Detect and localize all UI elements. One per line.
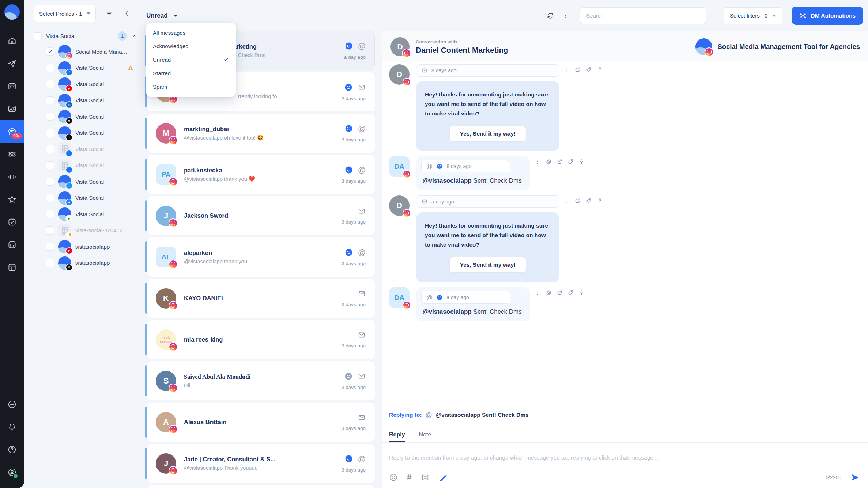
filter-option-unread[interactable]: Unread: [146, 53, 236, 66]
conversation-card[interactable]: J Jade | Creator, Consultant & S... @vis…: [147, 444, 375, 483]
tab-note[interactable]: Note: [419, 431, 431, 442]
conversation-card[interactable]: S Saiyed Abul Ala Moududi Hii 3 days ago: [147, 361, 375, 400]
nav-item-home[interactable]: [0, 30, 24, 52]
profile-group-row[interactable]: Vista Social 1: [34, 31, 144, 41]
nav-item-inbox[interactable]: 99+: [0, 120, 24, 143]
copy-icon: [546, 159, 552, 165]
checkbox[interactable]: [46, 194, 54, 202]
filter-option-acknowledged[interactable]: Acknowledged: [146, 39, 236, 53]
ai-assistant-icon[interactable]: [439, 473, 448, 482]
kebab-menu-icon[interactable]: [562, 12, 569, 19]
checkbox[interactable]: [46, 64, 54, 72]
conversation-card[interactable]: A Alexus Brittain 3 days ago: [147, 403, 375, 442]
checkbox[interactable]: [46, 210, 54, 218]
profile-item[interactable]: tVista Social: [34, 174, 144, 190]
nav-item-notifications[interactable]: [0, 416, 24, 438]
dm-automations-button[interactable]: DM Automations: [792, 7, 863, 25]
checkbox[interactable]: [46, 129, 54, 137]
conversation-card[interactable]: PA pati.kostecka @vistasocialapp thank y…: [147, 155, 375, 194]
profile-item[interactable]: ▶Vista Social: [34, 76, 144, 92]
nav-item-account[interactable]: [0, 461, 24, 484]
filter-option-spam[interactable]: Spam: [146, 80, 236, 94]
checkbox[interactable]: [46, 161, 54, 169]
message-time: a day ago: [431, 199, 454, 205]
checkbox[interactable]: [46, 113, 54, 121]
profile-item[interactable]: ♪Vista Social: [34, 125, 144, 141]
checkbox[interactable]: [46, 96, 54, 104]
checkbox[interactable]: [46, 243, 54, 251]
message-filter-dropdown[interactable]: Unread: [146, 12, 177, 19]
profile-item[interactable]: Pvistasocialapp: [34, 239, 144, 255]
reply-input[interactable]: [389, 443, 860, 465]
profile-item[interactable]: fVista Social: [34, 141, 144, 157]
nav-item-publish[interactable]: [0, 52, 24, 75]
nav-item-tasks[interactable]: [0, 211, 24, 233]
refresh-icon[interactable]: [546, 12, 554, 20]
select-filters-dropdown[interactable]: Select filters · 0: [724, 7, 782, 24]
profile-item[interactable]: @vistasocialapp: [34, 255, 144, 271]
tab-reply[interactable]: Reply: [389, 431, 405, 442]
incoming-message[interactable]: D a day ago Hey! thanks for commenting j…: [389, 195, 868, 282]
conversation-panel: D Conversation with Daniel Content Marke…: [382, 31, 868, 488]
conversation-card[interactable]: AL aleparkerr @vistasocialapp thank you …: [147, 237, 375, 277]
conversation-card-name: markting_dubai: [184, 126, 337, 133]
analytics-badge-icon: [65, 231, 73, 239]
select-profiles-dropdown[interactable]: Select Profiles · 1: [34, 5, 96, 22]
profile-item[interactable]: vista-social-320412: [34, 222, 144, 239]
nav-item-create[interactable]: [0, 393, 24, 416]
conversation-card[interactable]: [147, 485, 375, 488]
checkbox[interactable]: [46, 47, 54, 56]
search-input[interactable]: [580, 7, 706, 24]
profile-item[interactable]: XVista Social: [34, 108, 144, 125]
collapse-panel-icon[interactable]: [123, 9, 131, 18]
incoming-message[interactable]: D 8 days ago Hey! thanks for commenting …: [389, 64, 868, 151]
hashtag-icon[interactable]: #: [407, 473, 412, 482]
conversation-card[interactable]: M markting_dubai @vistasocialapp oh love…: [147, 114, 375, 153]
profile-item[interactable]: AVista Social: [34, 190, 144, 206]
nav-item-reports[interactable]: [0, 233, 24, 256]
conversation-card-time: 3 days ago: [341, 219, 366, 225]
warning-icon: [127, 64, 134, 72]
filter-icon[interactable]: [105, 9, 113, 18]
outgoing-message[interactable]: DA @a day ago @vistasocialapp Sent! Chec…: [389, 287, 868, 321]
profile-item[interactable]: ▶Vista Social: [34, 206, 144, 222]
conversation-card-name: Saiyed Abul Ala Moududi: [184, 373, 337, 381]
conversation-card[interactable]: K KAYO DANIEL 3 days ago: [147, 279, 375, 318]
filter-option-all-messages[interactable]: All messages: [146, 26, 236, 39]
avatar: PA: [156, 164, 176, 185]
profile-item[interactable]: fVista Social: [34, 157, 144, 174]
profile-item[interactable]: Social Media Managem...: [34, 43, 144, 60]
conversation-card[interactable]: J Jackson Sword 3 days ago: [147, 196, 375, 235]
checkbox[interactable]: [46, 259, 54, 267]
saved-replies-icon[interactable]: [421, 473, 430, 482]
group-checkbox[interactable]: [34, 32, 42, 40]
conversation-card[interactable]: floofysocials. mia rees-king 3 days ago: [147, 320, 375, 359]
instagram-badge-icon: [403, 301, 411, 309]
nav-item-calendar[interactable]: [0, 75, 24, 98]
avatar: A: [156, 412, 176, 432]
checkbox[interactable]: [46, 178, 54, 186]
quick-reply-button[interactable]: Yes, Send it my way!: [449, 126, 526, 142]
send-icon[interactable]: [850, 473, 860, 482]
checkbox[interactable]: [46, 145, 54, 153]
nav-item-connect[interactable]: [0, 143, 24, 165]
nav-item-media[interactable]: [0, 98, 24, 120]
avatar: ▶: [58, 77, 71, 91]
outgoing-message[interactable]: DA @8 days ago @vistasocialapp Sent! Che…: [389, 156, 868, 190]
filter-option-starred[interactable]: Starred: [146, 66, 236, 80]
profile-item[interactable]: inVista Social: [34, 92, 144, 109]
nav-item-help[interactable]: [0, 438, 24, 461]
nav-item-listening[interactable]: [0, 165, 24, 188]
nav-item-planner[interactable]: [0, 256, 24, 279]
checkbox[interactable]: [46, 226, 54, 235]
nav-item-reviews[interactable]: [0, 188, 24, 211]
quick-reply-button[interactable]: Yes, Send it my way!: [449, 257, 526, 273]
replied-indicator-icon: [436, 294, 443, 301]
checkbox[interactable]: [46, 80, 54, 88]
conversation-card-preview: @vistasocialapp thank you ❤️: [184, 176, 337, 182]
vista-social-logo[interactable]: [4, 4, 20, 20]
profile-item[interactable]: fVista Social: [34, 60, 144, 76]
mention-icon: @: [358, 455, 366, 462]
emoji-icon[interactable]: [389, 473, 398, 482]
chevron-up-icon[interactable]: [131, 33, 137, 39]
